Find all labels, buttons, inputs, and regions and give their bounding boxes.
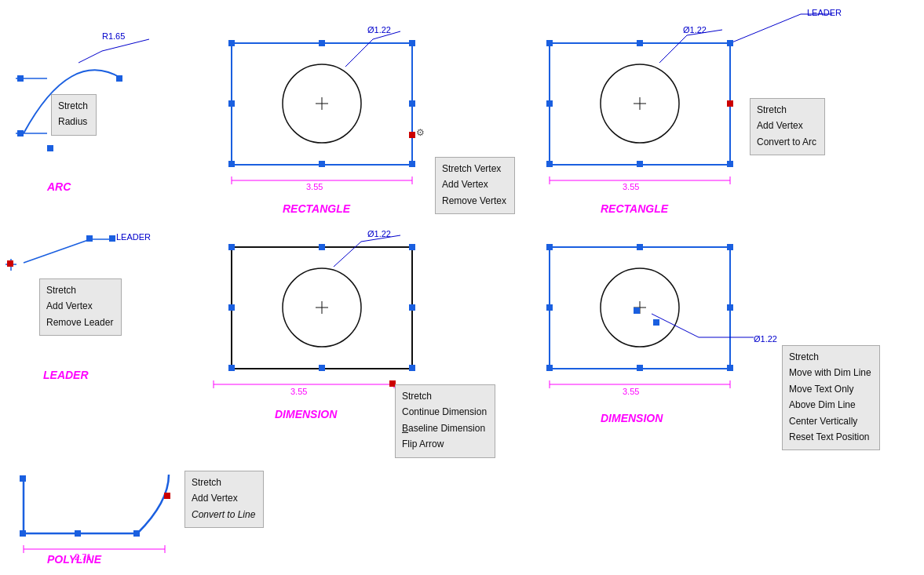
dim1-handle-mr[interactable] <box>409 304 415 311</box>
rect1-handle-br[interactable] <box>409 161 415 167</box>
poly-handle-4[interactable] <box>133 530 140 537</box>
rect1-dim-top: Ø1.22 <box>367 25 391 35</box>
dim2-context-menu[interactable]: Stretch Move with Dim Line Move Text Onl… <box>782 345 880 450</box>
leader-menu-remove-leader[interactable]: Remove Leader <box>46 315 113 330</box>
dim1-handle-bl[interactable] <box>228 365 235 371</box>
dim1-menu-stretch[interactable]: Stretch <box>402 388 487 404</box>
dim2-menu-stretch[interactable]: Stretch <box>789 349 871 365</box>
dim2-handle-br[interactable] <box>727 365 733 371</box>
dim1-handle-tr[interactable] <box>409 244 415 250</box>
poly-menu-convert-line[interactable]: Convert to Line <box>192 507 255 522</box>
dim1-menu-flip[interactable]: Flip Arrow <box>402 436 487 452</box>
leader-handle-start[interactable] <box>7 260 13 267</box>
svg-line-29 <box>730 14 801 43</box>
svg-point-32 <box>283 268 361 347</box>
dim2-handle-inner[interactable] <box>634 308 640 314</box>
dim2-menu-move-text[interactable]: Move Text Only <box>789 381 871 397</box>
rect2-dim-top: Ø1.22 <box>683 25 707 35</box>
rect1-handle-mr[interactable] <box>409 100 415 107</box>
dim1-handle-tl[interactable] <box>228 244 235 250</box>
arc-handle-1[interactable] <box>17 75 24 82</box>
drawing-canvas: R1.65 Stretch Radius ARC LEADER Stretch … <box>0 0 924 575</box>
leader-handle-2[interactable] <box>109 235 115 242</box>
svg-rect-20 <box>550 43 730 165</box>
svg-point-21 <box>601 64 679 143</box>
rect2-label: RECTANGLE <box>601 202 668 215</box>
dim1-handle-bm[interactable] <box>319 365 325 371</box>
arc-handle-4[interactable] <box>47 145 53 151</box>
dim1-dim-top: Ø1.22 <box>367 229 391 238</box>
svg-rect-40 <box>550 247 730 369</box>
svg-line-27 <box>659 35 687 63</box>
poly-handle-arc[interactable] <box>164 493 170 499</box>
arc-menu-item-radius[interactable]: Radius <box>58 114 88 129</box>
rect1-handle-tl[interactable] <box>228 40 235 46</box>
rect1-handle-red[interactable] <box>409 132 415 138</box>
arc-menu-item-stretch[interactable]: Stretch <box>58 98 88 114</box>
rect2-handle-br[interactable] <box>727 161 733 167</box>
poly-menu-add-vertex[interactable]: Add Vertex <box>192 490 255 506</box>
rect2-handle-bl[interactable] <box>546 161 553 167</box>
dim2-handle-tl[interactable] <box>546 244 553 250</box>
polyline-context-menu[interactable]: Stretch Add Vertex Convert to Line <box>184 471 264 528</box>
rect1-menu-stretch-vertex[interactable]: Stretch Vertex <box>442 161 506 177</box>
arc-handle-3[interactable] <box>116 75 122 82</box>
dim1-handle-ml[interactable] <box>228 304 235 311</box>
rect2-menu-stretch[interactable]: Stretch <box>757 102 816 118</box>
rect2-handle-bm[interactable] <box>637 161 643 167</box>
rect1-menu-remove-vertex[interactable]: Remove Vertex <box>442 193 506 209</box>
dim1-menu-baseline[interactable]: Baseline Dimension <box>402 420 487 436</box>
svg-line-2 <box>79 51 102 63</box>
svg-line-38 <box>334 242 361 267</box>
leader-menu-stretch[interactable]: Stretch <box>46 282 113 298</box>
leader-annotation-text: LEADER <box>116 232 151 242</box>
rect1-handle-tr[interactable] <box>409 40 415 46</box>
rect2-dim-bottom: 3.55 <box>623 182 639 191</box>
dim2-handle-bm[interactable] <box>637 365 643 371</box>
dim2-handle-mr[interactable] <box>727 304 733 311</box>
poly-menu-stretch[interactable]: Stretch <box>192 475 255 490</box>
rect1-context-menu[interactable]: Stretch Vertex Add Vertex Remove Vertex <box>435 157 515 214</box>
rect2-handle-ml[interactable] <box>546 100 553 107</box>
rect2-context-menu[interactable]: Stretch Add Vertex Convert to Arc <box>750 98 825 155</box>
rect2-handle-tr[interactable] <box>727 40 733 46</box>
rect2-handle-tm[interactable] <box>637 40 643 46</box>
leader-menu-add-vertex[interactable]: Add Vertex <box>46 298 113 314</box>
dim2-handle-tm[interactable] <box>637 244 643 250</box>
rect2-leader-text: LEADER <box>807 8 842 17</box>
dim2-menu-move-dim[interactable]: Move with Dim Line <box>789 365 871 380</box>
rect1-menu-add-vertex[interactable]: Add Vertex <box>442 177 506 192</box>
dim1-menu-continue[interactable]: Continue Dimension <box>402 404 487 420</box>
leader-context-menu[interactable]: Stretch Add Vertex Remove Leader <box>39 278 122 336</box>
rect2-menu-add-vertex[interactable]: Add Vertex <box>757 118 816 133</box>
poly-handle-2[interactable] <box>20 530 26 537</box>
dim2-handle-inner2[interactable] <box>653 319 659 326</box>
arc-label: ARC <box>47 180 71 193</box>
dim1-handle-tm[interactable] <box>319 244 325 250</box>
dim2-menu-reset[interactable]: Reset Text Position <box>789 429 871 445</box>
dim2-handle-ml[interactable] <box>546 304 553 311</box>
poly-handle-3[interactable] <box>75 530 81 537</box>
poly-handle-1[interactable] <box>20 475 26 482</box>
svg-line-18 <box>345 39 373 67</box>
dim2-handle-tr[interactable] <box>727 244 733 250</box>
dim2-menu-center[interactable]: Center Vertically <box>789 413 871 429</box>
dim1-handle-br[interactable] <box>409 365 415 371</box>
rect1-handle-bl[interactable] <box>228 161 235 167</box>
arc-handle-2[interactable] <box>17 130 24 136</box>
rect1-handle-bm[interactable] <box>319 161 325 167</box>
leader-handle-1[interactable] <box>86 235 93 242</box>
svg-rect-11 <box>232 43 412 165</box>
dim2-menu-above[interactable]: Above Dim Line <box>789 397 871 413</box>
rect1-handle-ml[interactable] <box>228 100 235 107</box>
rect1-handle-tm[interactable] <box>319 40 325 46</box>
rect2-menu-convert-arc[interactable]: Convert to Arc <box>757 134 816 150</box>
arc-context-menu[interactable]: Stretch Radius <box>51 94 97 136</box>
drawing-svg <box>0 0 924 575</box>
dim2-handle-bl[interactable] <box>546 365 553 371</box>
rect2-handle-red[interactable] <box>727 100 733 107</box>
dim1-context-menu[interactable]: Stretch Continue Dimension Baseline Dime… <box>395 384 495 458</box>
rect2-handle-tl[interactable] <box>546 40 553 46</box>
svg-point-12 <box>283 64 361 143</box>
dim2-label: DIMENSION <box>601 412 663 424</box>
